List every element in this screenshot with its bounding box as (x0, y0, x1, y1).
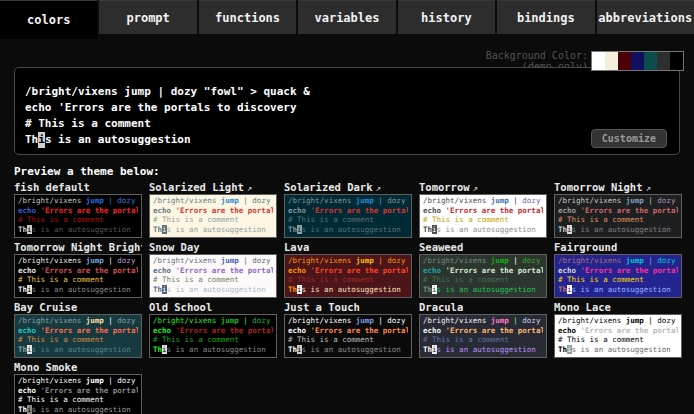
customize-button[interactable]: Customize (591, 129, 667, 148)
card-line-comment: # This is a comment (288, 275, 408, 285)
syntax-segment: dozy (252, 316, 273, 325)
background-swatch-dark-red[interactable] (618, 52, 631, 70)
theme-preview-lava[interactable]: /bright/vixens jump | dozy "fowl" > quac… (284, 254, 412, 298)
external-link-icon[interactable]: ↗ (473, 183, 478, 193)
theme-title-fish-default[interactable]: fish default (14, 181, 142, 194)
theme-preview-dracula[interactable]: /bright/vixens jump | dozy "fowl" > quac… (419, 314, 547, 358)
theme-preview-solarized-dark[interactable]: /bright/vixens jump | dozy "fowl" > quac… (284, 194, 412, 238)
card-line-echo: echo 'Errors are the portals to discover… (423, 206, 543, 216)
tab-functions[interactable]: functions (199, 0, 296, 34)
background-swatch-navy[interactable] (631, 52, 644, 70)
syntax-segment: Th (18, 285, 27, 294)
theme-preview-just-a-touch[interactable]: /bright/vixens jump | dozy "fowl" > quac… (284, 314, 412, 358)
syntax-segment: s is an autosuggestion (302, 345, 401, 354)
background-swatch-teal[interactable] (644, 52, 657, 70)
theme-title-old-school[interactable]: Old School (149, 301, 277, 314)
background-swatch-dark-gray[interactable] (657, 52, 670, 70)
background-swatch-cream[interactable] (605, 52, 618, 70)
syntax-segment: /bright/vixens (18, 256, 86, 265)
card-line-echo: echo 'Errors are the portals to discover… (558, 326, 678, 336)
external-link-icon[interactable]: ↗ (247, 183, 252, 193)
card-line-command: /bright/vixens jump | dozy "fowl" > quac… (288, 196, 408, 206)
theme-title-just-a-touch[interactable]: Just a Touch (284, 301, 412, 314)
theme-preview-tomorrow-night-bright[interactable]: /bright/vixens jump | dozy "fowl" > quac… (14, 254, 142, 298)
card-line-autosuggestion: This is an autosuggestion (18, 405, 138, 414)
theme-preview-mono-lace[interactable]: /bright/vixens jump | dozy "fowl" > quac… (554, 314, 682, 358)
card-line-autosuggestion: This is an autosuggestion (423, 345, 543, 355)
syntax-segment: Th (153, 225, 162, 234)
card-line-command: /bright/vixens jump | dozy "fowl" > quac… (423, 196, 543, 206)
theme-preview-old-school[interactable]: /bright/vixens jump | dozy "fowl" > quac… (149, 314, 277, 358)
syntax-segment: # This is a comment (288, 215, 374, 224)
theme-title-snow-day[interactable]: Snow Day (149, 241, 277, 254)
theme-preview-snow-day[interactable]: /bright/vixens jump | dozy "fowl" > quac… (149, 254, 277, 298)
syntax-segment: # This is a comment (18, 215, 104, 224)
background-swatch-black[interactable] (670, 52, 683, 70)
theme-title-lava[interactable]: Lava (284, 241, 412, 254)
card-line-autosuggestion: This is an autosuggestion (558, 285, 678, 295)
theme-cell: Solarized Dark↗/bright/vixens jump | doz… (284, 181, 412, 240)
tab-abbreviations[interactable]: abbreviations (597, 0, 694, 34)
theme-preview-tomorrow[interactable]: /bright/vixens jump | dozy "fowl" > quac… (419, 194, 547, 238)
theme-title-tomorrow[interactable]: Tomorrow↗ (419, 181, 547, 194)
syntax-segment: | (509, 256, 523, 265)
theme-preview-fairground[interactable]: /bright/vixens jump | dozy "fowl" > quac… (554, 254, 682, 298)
syntax-segment: s is an autosuggestion (32, 285, 131, 294)
theme-preview-seaweed[interactable]: /bright/vixens jump | dozy "fowl" > quac… (419, 254, 547, 298)
syntax-segment: Th (558, 225, 567, 234)
syntax-segment: # This is a comment (423, 215, 509, 224)
card-line-command: /bright/vixens jump | dozy "fowl" > quac… (423, 316, 543, 326)
syntax-segment: echo (18, 386, 41, 395)
card-line-comment: # This is a comment (18, 395, 138, 405)
theme-cell: Mono Lace/bright/vixens jump | dozy "fow… (554, 301, 682, 360)
theme-preview-mono-smoke[interactable]: /bright/vixens jump | dozy "fowl" > quac… (14, 374, 142, 414)
theme-preview-fish-default[interactable]: /bright/vixens jump | dozy "fowl" > quac… (14, 194, 142, 238)
syntax-segment: Th (423, 225, 432, 234)
theme-cell: Seaweed/bright/vixens jump | dozy "fowl"… (419, 241, 547, 300)
background-swatch-white[interactable] (592, 52, 605, 70)
tab-history[interactable]: history (398, 0, 495, 34)
tab-colors[interactable]: colors (0, 0, 97, 39)
theme-title-mono-lace[interactable]: Mono Lace (554, 301, 682, 314)
tab-bindings[interactable]: bindings (497, 0, 594, 34)
syntax-segment: 'Errors are the portals to discovery (581, 326, 678, 335)
card-line-echo: echo 'Errors are the portals to discover… (288, 326, 408, 336)
syntax-segment: echo (558, 206, 581, 215)
theme-cell: Lava/bright/vixens jump | dozy "fowl" > … (284, 241, 412, 300)
theme-preview-solarized-light[interactable]: /bright/vixens jump | dozy "fowl" > quac… (149, 194, 277, 238)
theme-title-seaweed[interactable]: Seaweed (419, 241, 547, 254)
card-line-autosuggestion: This is an autosuggestion (153, 345, 273, 355)
theme-title-fairground[interactable]: Fairground (554, 241, 682, 254)
syntax-segment: jump (626, 256, 644, 265)
syntax-segment: dozy (522, 316, 543, 325)
external-link-icon[interactable]: ↗ (376, 183, 381, 193)
syntax-segment: Th (423, 285, 432, 294)
syntax-segment: Th (288, 225, 297, 234)
theme-preview-tomorrow-night[interactable]: /bright/vixens jump | dozy "fowl" > quac… (554, 194, 682, 238)
theme-title-solarized-light[interactable]: Solarized Light↗ (149, 181, 277, 194)
syntax-segment: jump (86, 316, 104, 325)
syntax-segment: # This is a comment (153, 215, 239, 224)
terminal-line-command: /bright/vixens jump | dozy "fowl" > quac… (25, 84, 669, 100)
card-line-autosuggestion: This is an autosuggestion (18, 285, 138, 295)
card-line-comment: # This is a comment (288, 335, 408, 345)
tab-prompt[interactable]: prompt (99, 0, 196, 34)
syntax-segment: /bright/vixens (423, 316, 491, 325)
syntax-segment: # This is a comment (423, 335, 509, 344)
card-line-autosuggestion: This is an autosuggestion (423, 285, 543, 295)
theme-preview-bay-cruise[interactable]: /bright/vixens jump | dozy "fowl" > quac… (14, 314, 142, 358)
theme-title-tomorrow-night-bright[interactable]: Tomorrow Night Bright↗ (14, 241, 142, 254)
external-link-icon[interactable]: ↗ (646, 183, 651, 193)
theme-cell: Tomorrow Night↗/bright/vixens jump | doz… (554, 181, 682, 240)
theme-title-mono-smoke[interactable]: Mono Smoke (14, 361, 142, 374)
theme-title-tomorrow-night[interactable]: Tomorrow Night↗ (554, 181, 682, 194)
syntax-segment: # This is a comment (18, 335, 104, 344)
theme-title-solarized-dark[interactable]: Solarized Dark↗ (284, 181, 412, 194)
theme-title-dracula[interactable]: Dracula (419, 301, 547, 314)
card-line-command: /bright/vixens jump | dozy "fowl" > quac… (18, 316, 138, 326)
tab-variables[interactable]: variables (298, 0, 395, 34)
syntax-segment: s is an autosuggestion (167, 345, 266, 354)
syntax-segment: | (644, 316, 658, 325)
theme-title-bay-cruise[interactable]: Bay Cruise (14, 301, 142, 314)
card-line-echo: echo 'Errors are the portals to discover… (423, 326, 543, 336)
